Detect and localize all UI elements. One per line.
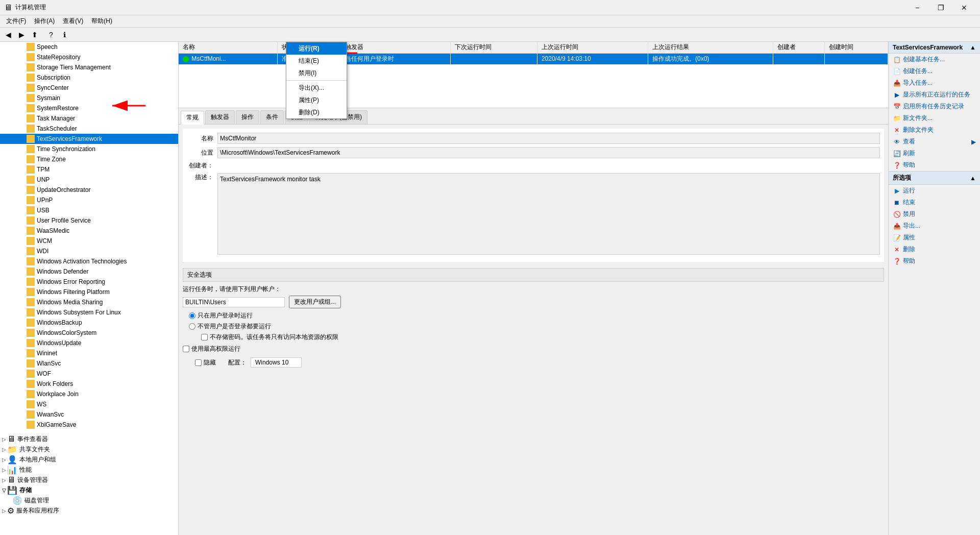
- action-delete[interactable]: ✕ 删除: [889, 244, 980, 255]
- sidebar-item-wof[interactable]: WOF: [0, 369, 178, 379]
- action-help-selected[interactable]: ❓ 帮助: [889, 255, 980, 267]
- context-export[interactable]: 导出(X)...: [286, 82, 347, 94]
- sidebar-section-performance[interactable]: ▷ 📊 性能: [0, 465, 178, 475]
- context-run[interactable]: 运行(R): [286, 42, 347, 55]
- sidebar-item-storagetiers[interactable]: Storage Tiers Management: [0, 62, 178, 72]
- col-header-created[interactable]: 创建时间: [824, 42, 888, 53]
- sidebar-item-winfiltering[interactable]: Windows Filtering Platform: [0, 287, 178, 297]
- sidebar-item-staterepository[interactable]: StateRepository: [0, 52, 178, 62]
- sidebar-item-windefender[interactable]: Windows Defender: [0, 266, 178, 277]
- sidebar-item-wdi[interactable]: WDI: [0, 246, 178, 256]
- hidden-checkbox[interactable]: 隐藏: [195, 358, 216, 367]
- hidden-checkbox-input[interactable]: [195, 359, 202, 366]
- sidebar-item-wlansvc[interactable]: WlanSvc: [0, 358, 178, 369]
- context-disable[interactable]: 禁用(I): [286, 67, 347, 79]
- sidebar-item-wininet[interactable]: Wininet: [0, 348, 178, 358]
- info-icon-button[interactable]: ℹ: [58, 29, 70, 40]
- radio-onlogin[interactable]: 只在用户登录时运行: [189, 311, 884, 320]
- context-properties[interactable]: 属性(P): [286, 94, 347, 106]
- action-refresh[interactable]: 🔄 刷新: [889, 148, 980, 159]
- checkbox-highprivilege-input[interactable]: [183, 346, 189, 352]
- change-user-button[interactable]: 更改用户或组...: [289, 296, 341, 308]
- sidebar-item-taskmanager[interactable]: Task Manager: [0, 113, 178, 124]
- sidebar-item-workfolders[interactable]: Work Folders: [0, 379, 178, 389]
- help-icon-button[interactable]: ?: [45, 29, 57, 40]
- back-button[interactable]: ◀: [2, 29, 14, 40]
- context-end[interactable]: 结束(E): [286, 55, 347, 67]
- menu-action[interactable]: 操作(A): [30, 16, 59, 27]
- sidebar-item-updateorchestrator[interactable]: UpdateOrchestrator: [0, 185, 178, 195]
- checkbox-nopassword[interactable]: 不存储密码。该任务将只有访问本地资源的权限: [201, 333, 884, 342]
- sidebar-item-winactivation[interactable]: Windows Activation Technologies: [0, 256, 178, 266]
- sidebar-section-services[interactable]: ▷ ⚙ 服务和应用程序: [0, 505, 178, 516]
- sidebar-item-userprofile[interactable]: User Profile Service: [0, 215, 178, 226]
- forward-button[interactable]: ▶: [15, 29, 28, 40]
- sidebar-section-devicemgr[interactable]: ▷ 🖥 设备管理器: [0, 475, 178, 485]
- sidebar-item-xblgamesave[interactable]: XblGameSave: [0, 420, 178, 430]
- menu-view[interactable]: 查看(V): [59, 16, 87, 27]
- sidebar-item-timezone[interactable]: Time Zone: [0, 154, 178, 164]
- tab-general[interactable]: 常规: [181, 111, 204, 125]
- sidebar-section-eventviewer[interactable]: ▷ 🖥 事件查看器: [0, 434, 178, 444]
- location-input[interactable]: [217, 147, 880, 158]
- checkbox-nopassword-input[interactable]: [201, 334, 208, 341]
- col-header-nextrun[interactable]: 下次运行时间: [451, 42, 537, 53]
- sidebar-item-workplacejoin[interactable]: Workplace Join: [0, 389, 178, 399]
- radio-always-input[interactable]: [189, 323, 195, 330]
- action-enable-history[interactable]: 📅 启用所有任务历史记录: [889, 101, 980, 112]
- sidebar-item-wsl[interactable]: Windows Subsystem For Linux: [0, 307, 178, 318]
- sidebar-section-sharedfolders[interactable]: ▷ 📁 共享文件夹: [0, 444, 178, 454]
- close-button[interactable]: ✕: [952, 0, 976, 15]
- tab-conditions[interactable]: 条件: [260, 110, 284, 124]
- action-delete-folder[interactable]: ✕ 删除文件夹: [889, 124, 980, 136]
- sidebar-item-upnp[interactable]: UPnP: [0, 195, 178, 205]
- sidebar-item-waasmedic[interactable]: WaaSMedic: [0, 226, 178, 236]
- sidebar-item-taskscheduler[interactable]: TaskScheduler: [0, 124, 178, 134]
- action-new-folder[interactable]: 📁 新文件夹...: [889, 112, 980, 124]
- sidebar-item-textservices[interactable]: TextServicesFramework: [0, 134, 178, 144]
- col-header-trigger[interactable]: 触发器: [340, 42, 451, 53]
- sidebar-item-windowscolorsystem[interactable]: WindowsColorSystem: [0, 328, 178, 338]
- sidebar-item-tpm[interactable]: TPM: [0, 164, 178, 175]
- sidebar-item-winmediasharing[interactable]: Windows Media Sharing: [0, 297, 178, 307]
- sidebar-item-winerrorreporting[interactable]: Windows Error Reporting: [0, 277, 178, 287]
- sidebar-item-usb[interactable]: USB: [0, 205, 178, 215]
- sidebar-item-speech[interactable]: Speech: [0, 42, 178, 52]
- action-show-running[interactable]: ▶ 显示所有正在运行的任务: [889, 89, 980, 101]
- sidebar-item-subscription[interactable]: Subscription: [0, 72, 178, 83]
- sidebar-item-ws[interactable]: WS: [0, 399, 178, 409]
- radio-onlogin-input[interactable]: [189, 312, 195, 319]
- context-delete[interactable]: 删除(D): [286, 106, 347, 118]
- name-input[interactable]: [217, 133, 880, 144]
- tab-triggers[interactable]: 触发器: [205, 110, 235, 124]
- action-disable[interactable]: 🚫 禁用: [889, 208, 980, 220]
- menu-file[interactable]: 文件(F): [2, 16, 30, 27]
- minimize-button[interactable]: −: [905, 0, 929, 15]
- radio-always[interactable]: 不管用户是否登录都要运行: [189, 322, 884, 331]
- action-create-basic[interactable]: 📋 创建基本任务...: [889, 54, 980, 65]
- sidebar-item-sysmain[interactable]: Sysmain: [0, 93, 178, 103]
- action-properties[interactable]: 📝 属性: [889, 232, 980, 244]
- menu-help[interactable]: 帮助(H): [87, 16, 116, 27]
- sidebar-item-timesync[interactable]: Time Synchronization: [0, 144, 178, 154]
- checkbox-highprivilege[interactable]: 使用最高权限运行: [183, 345, 884, 353]
- action-run[interactable]: ▶ 运行: [889, 185, 980, 197]
- sidebar-item-synccenter[interactable]: SyncCenter: [0, 83, 178, 93]
- restore-button[interactable]: ❐: [929, 0, 952, 15]
- sidebar-section-diskmanagement[interactable]: 💿 磁盘管理: [0, 495, 178, 505]
- sidebar-item-wcm[interactable]: WCM: [0, 236, 178, 246]
- up-button[interactable]: ⬆: [29, 29, 41, 40]
- col-header-name[interactable]: 名称: [179, 42, 277, 53]
- tab-actions[interactable]: 操作: [236, 110, 259, 124]
- sidebar-item-windowsupdate[interactable]: WindowsUpdate: [0, 338, 178, 348]
- table-row[interactable]: MsCtfMoni... 准备就绪 当任何用户登录时 2020/4/9 14:0…: [179, 53, 888, 64]
- action-view[interactable]: 👁 查看 ▶: [889, 136, 980, 148]
- action-export[interactable]: 📤 导出...: [889, 220, 980, 232]
- action-help-framework[interactable]: ❓ 帮助: [889, 159, 980, 171]
- sidebar-item-wwansvc[interactable]: WwanSvc: [0, 409, 178, 420]
- sidebar-section-localusers[interactable]: ▷ 👤 本地用户和组: [0, 454, 178, 465]
- sidebar-section-storage[interactable]: ▽ 💾 存储: [0, 485, 178, 495]
- col-header-lastresult[interactable]: 上次运行结果: [648, 42, 773, 53]
- sidebar-item-unp[interactable]: UNP: [0, 175, 178, 185]
- sidebar-item-systemrestore[interactable]: SystemRestore: [0, 103, 178, 113]
